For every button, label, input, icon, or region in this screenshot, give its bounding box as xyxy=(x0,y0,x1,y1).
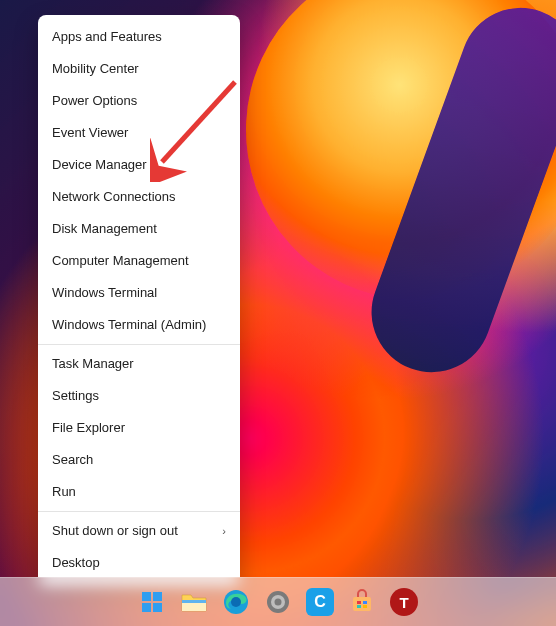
edge-icon[interactable] xyxy=(222,588,250,616)
menu-item-task-manager[interactable]: Task Manager xyxy=(38,348,240,380)
menu-item-label: Settings xyxy=(52,380,99,412)
menu-item-desktop[interactable]: Desktop xyxy=(38,547,240,579)
menu-item-label: Network Connections xyxy=(52,181,176,213)
menu-item-shutdown-signout[interactable]: Shut down or sign out› xyxy=(38,515,240,547)
menu-item-mobility-center[interactable]: Mobility Center xyxy=(38,53,240,85)
winx-context-menu: Apps and FeaturesMobility CenterPower Op… xyxy=(38,15,240,585)
cortana-icon[interactable]: C xyxy=(306,588,334,616)
file-explorer-icon[interactable] xyxy=(180,588,208,616)
menu-item-computer-management[interactable]: Computer Management xyxy=(38,245,240,277)
menu-item-settings[interactable]: Settings xyxy=(38,380,240,412)
menu-item-label: Mobility Center xyxy=(52,53,139,85)
menu-separator xyxy=(38,511,240,512)
svg-rect-3 xyxy=(142,603,151,612)
menu-item-label: Shut down or sign out xyxy=(52,515,178,547)
menu-item-label: Desktop xyxy=(52,547,100,579)
svg-point-8 xyxy=(231,597,241,607)
menu-item-label: Computer Management xyxy=(52,245,189,277)
menu-item-power-options[interactable]: Power Options xyxy=(38,85,240,117)
menu-item-label: Run xyxy=(52,476,76,508)
menu-item-apps-and-features[interactable]: Apps and Features xyxy=(38,21,240,53)
app-t-label: T xyxy=(399,594,408,611)
svg-rect-1 xyxy=(142,592,151,601)
menu-item-label: Power Options xyxy=(52,85,137,117)
svg-rect-15 xyxy=(357,605,361,608)
menu-item-label: Apps and Features xyxy=(52,21,162,53)
menu-item-label: Windows Terminal xyxy=(52,277,157,309)
svg-rect-16 xyxy=(363,605,367,608)
svg-rect-4 xyxy=(153,603,162,612)
menu-item-label: Windows Terminal (Admin) xyxy=(52,309,206,341)
menu-item-label: Device Manager xyxy=(52,149,147,181)
svg-point-11 xyxy=(275,599,282,606)
menu-item-label: Disk Management xyxy=(52,213,157,245)
chevron-right-icon: › xyxy=(222,515,226,547)
svg-rect-6 xyxy=(182,600,206,603)
menu-item-device-manager[interactable]: Device Manager xyxy=(38,149,240,181)
cortana-label: C xyxy=(314,593,326,611)
svg-rect-2 xyxy=(153,592,162,601)
menu-item-disk-management[interactable]: Disk Management xyxy=(38,213,240,245)
menu-item-run[interactable]: Run xyxy=(38,476,240,508)
menu-separator xyxy=(38,344,240,345)
menu-item-windows-terminal[interactable]: Windows Terminal xyxy=(38,277,240,309)
settings-icon[interactable] xyxy=(264,588,292,616)
menu-item-label: File Explorer xyxy=(52,412,125,444)
menu-item-search[interactable]: Search xyxy=(38,444,240,476)
store-icon[interactable] xyxy=(348,588,376,616)
svg-rect-12 xyxy=(353,597,371,611)
menu-item-label: Search xyxy=(52,444,93,476)
menu-item-event-viewer[interactable]: Event Viewer xyxy=(38,117,240,149)
svg-rect-13 xyxy=(357,601,361,604)
menu-item-label: Event Viewer xyxy=(52,117,128,149)
menu-item-network-connections[interactable]: Network Connections xyxy=(38,181,240,213)
taskbar: C T xyxy=(0,577,556,626)
menu-item-label: Task Manager xyxy=(52,348,134,380)
menu-item-windows-terminal-admin[interactable]: Windows Terminal (Admin) xyxy=(38,309,240,341)
app-t-icon[interactable]: T xyxy=(390,588,418,616)
svg-rect-14 xyxy=(363,601,367,604)
start-button[interactable] xyxy=(138,588,166,616)
menu-item-file-explorer[interactable]: File Explorer xyxy=(38,412,240,444)
